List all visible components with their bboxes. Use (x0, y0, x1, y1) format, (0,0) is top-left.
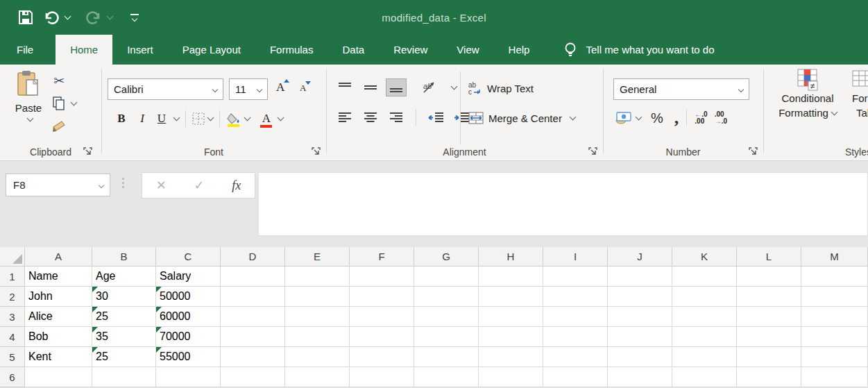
cell-J3[interactable] (608, 307, 672, 327)
top-align-icon[interactable] (334, 78, 355, 96)
cell-G5[interactable] (414, 347, 479, 367)
fill-color-dropdown-icon[interactable] (244, 115, 251, 121)
cell-J5[interactable] (608, 347, 672, 367)
tab-insert[interactable]: Insert (112, 35, 168, 65)
tab-view[interactable]: View (442, 35, 493, 65)
alignment-dialog-launcher-icon[interactable] (588, 147, 598, 157)
cell-A5[interactable]: Kent (25, 347, 92, 367)
cell-K4[interactable] (672, 327, 737, 347)
row-header-4[interactable]: 4 (0, 327, 25, 347)
cell-C4[interactable]: 70000 (156, 327, 221, 347)
cell-J1[interactable] (608, 267, 672, 287)
cell-H5[interactable] (479, 347, 543, 367)
format-painter-icon[interactable] (50, 119, 68, 134)
tab-file[interactable]: File (0, 35, 50, 65)
font-dialog-launcher-icon[interactable] (312, 147, 321, 157)
decrease-decimal-button[interactable]: .00→.0 (715, 111, 727, 125)
formula-bar-input[interactable] (258, 172, 868, 236)
cell-D5[interactable] (221, 347, 285, 367)
column-header-F[interactable]: F (350, 247, 414, 267)
orientation-dropdown-icon[interactable] (451, 83, 458, 90)
clipboard-dialog-launcher-icon[interactable] (83, 147, 93, 157)
cell-M1[interactable] (801, 267, 868, 287)
cell-A2[interactable]: John (25, 287, 92, 307)
copy-icon[interactable] (50, 96, 68, 111)
align-right-icon[interactable] (386, 108, 407, 126)
cell-H4[interactable] (479, 327, 543, 347)
cell-I1[interactable] (543, 267, 608, 287)
column-header-I[interactable]: I (543, 247, 608, 267)
cell-G4[interactable] (414, 327, 479, 347)
cell-E1[interactable] (285, 267, 350, 287)
column-header-D[interactable]: D (221, 247, 285, 267)
cut-icon[interactable]: ✂ (50, 73, 68, 88)
cell-K5[interactable] (672, 347, 737, 367)
column-header-A[interactable]: A (25, 247, 92, 267)
decrease-font-size-button[interactable]: A (300, 83, 306, 94)
row-header-2[interactable]: 2 (0, 287, 25, 307)
tab-page-layout[interactable]: Page Layout (168, 35, 255, 65)
undo-dropdown-icon[interactable] (65, 13, 71, 20)
decrease-indent-icon[interactable] (425, 108, 446, 126)
cell-H6[interactable] (479, 367, 543, 387)
font-color-dropdown-icon[interactable] (278, 115, 284, 121)
cell-G2[interactable] (414, 287, 479, 307)
cell-F5[interactable] (350, 347, 414, 367)
cell-J4[interactable] (608, 327, 672, 347)
font-color-icon[interactable]: A (258, 110, 275, 128)
column-header-K[interactable]: K (672, 247, 737, 267)
undo-icon[interactable] (43, 10, 60, 24)
cell-M3[interactable] (801, 307, 868, 327)
column-header-G[interactable]: G (414, 247, 479, 267)
cell-A6[interactable] (25, 367, 92, 387)
cell-A3[interactable]: Alice (25, 307, 92, 327)
borders-icon[interactable] (192, 112, 205, 125)
copy-dropdown-icon[interactable] (71, 99, 78, 106)
increase-font-size-button[interactable]: A (276, 81, 284, 94)
cell-A4[interactable]: Bob (25, 327, 92, 347)
cell-K6[interactable] (672, 367, 737, 387)
cell-D1[interactable] (221, 267, 285, 287)
customize-quick-access-toolbar-icon[interactable] (130, 14, 139, 21)
cell-D4[interactable] (221, 327, 285, 347)
cell-I4[interactable] (543, 327, 608, 347)
borders-dropdown-icon[interactable] (207, 115, 214, 121)
cell-I2[interactable] (543, 287, 608, 307)
cell-L1[interactable] (737, 267, 801, 287)
cell-F3[interactable] (350, 307, 414, 327)
format-as-table-button[interactable]: For Tal (852, 69, 868, 120)
number-format-combobox[interactable]: General (613, 78, 749, 100)
cell-E4[interactable] (285, 327, 350, 347)
cell-K1[interactable] (672, 267, 737, 287)
cell-F4[interactable] (350, 327, 414, 347)
cell-A1[interactable]: Name (25, 267, 92, 287)
cell-G1[interactable] (414, 267, 479, 287)
column-header-L[interactable]: L (737, 247, 801, 267)
cell-K2[interactable] (672, 287, 737, 307)
cell-E2[interactable] (285, 287, 350, 307)
tell-me-box[interactable]: Tell me what you want to do (563, 35, 714, 65)
cell-L3[interactable] (737, 307, 801, 327)
tab-formulas[interactable]: Formulas (255, 35, 328, 65)
row-header-1[interactable]: 1 (0, 267, 25, 287)
cell-I6[interactable] (543, 367, 608, 387)
italic-button[interactable]: I (132, 112, 153, 126)
accounting-format-icon[interactable] (615, 111, 633, 125)
font-name-combobox[interactable]: Calibri (108, 78, 223, 100)
cell-B3[interactable]: 25 (92, 307, 156, 327)
cell-M5[interactable] (801, 347, 868, 367)
middle-align-icon[interactable] (360, 78, 381, 96)
wrap-text-button[interactable]: abc Wrap Text (468, 81, 534, 95)
orientation-icon[interactable]: ab (417, 78, 443, 96)
cell-G6[interactable] (414, 367, 479, 387)
cell-H3[interactable] (479, 307, 543, 327)
cell-J6[interactable] (608, 367, 672, 387)
cell-I3[interactable] (543, 307, 608, 327)
cell-L5[interactable] (737, 347, 801, 367)
cell-D2[interactable] (221, 287, 285, 307)
cell-K3[interactable] (672, 307, 737, 327)
number-dialog-launcher-icon[interactable] (749, 147, 758, 157)
select-all-button[interactable] (0, 247, 25, 267)
cell-C1[interactable]: Salary (156, 267, 221, 287)
underline-dropdown-icon[interactable] (173, 115, 180, 121)
